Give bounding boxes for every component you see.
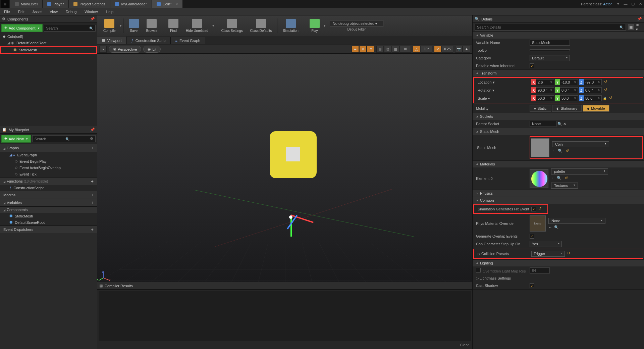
rotation-x-input[interactable]: 90.0 ° <box>536 87 554 93</box>
play-button[interactable]: Play <box>306 16 323 35</box>
tab-viewport[interactable]: ▦Viewport <box>97 37 127 44</box>
stepup-select[interactable]: Yes <box>530 241 562 247</box>
lightmass-label[interactable]: ▷ Lightmass Settings <box>476 276 530 281</box>
parent-socket-input[interactable]: None <box>530 121 556 127</box>
reset-button[interactable] <box>604 80 609 85</box>
coord-space-button[interactable]: ⊞ <box>376 46 384 53</box>
browse-icon[interactable]: 🔍 <box>557 176 561 181</box>
camera-speed-button[interactable]: 📷 <box>455 46 463 53</box>
material-asset-select[interactable]: palette <box>551 168 608 174</box>
class-defaults-button[interactable]: Class Defaults <box>247 16 275 35</box>
section-static-mesh[interactable]: Static Mesh <box>473 128 644 135</box>
section-collision[interactable]: Collision <box>473 197 644 204</box>
item-defaultroot-var[interactable]: ⬢DefaultSceneRoot <box>0 219 97 226</box>
use-selected-icon[interactable]: ← <box>552 149 556 154</box>
tab-mygamemode[interactable]: MyGameMode* <box>110 0 152 8</box>
viewport-3d[interactable]: zyx <box>97 54 472 282</box>
coin-mesh-preview[interactable] <box>270 131 320 182</box>
material-thumbnail[interactable] <box>530 169 548 188</box>
mobility-movable-button[interactable]: ◆ Movable <box>583 105 609 112</box>
variable-name-input[interactable]: StaticMesh <box>530 40 570 46</box>
visibility-button[interactable]: 👁 ▾ <box>636 24 642 30</box>
location-x-input[interactable]: 2.6 <box>536 79 554 85</box>
menu-debug[interactable]: Debug <box>62 8 80 15</box>
menu-view[interactable]: View <box>46 8 62 15</box>
item-construction-script[interactable]: ƒConstructionScript <box>0 185 97 191</box>
add-icon[interactable]: + <box>91 192 94 198</box>
perspective-button[interactable]: ◉ Perspective <box>109 46 141 53</box>
section-functions[interactable]: Functions (18 Overridable)+ <box>0 177 97 185</box>
browse-icon[interactable]: 🔍 <box>558 149 562 154</box>
compile-button[interactable]: Compile <box>100 16 119 35</box>
rotation-z-input[interactable]: 0.0 ° <box>584 87 602 93</box>
tab-event-graph[interactable]: ≡Event Graph <box>171 37 205 44</box>
overridden-checkbox[interactable] <box>476 268 481 272</box>
editable-inherited-checkbox[interactable] <box>530 63 534 68</box>
myblueprint-search[interactable]: Search⚙ <box>32 135 96 142</box>
section-sockets[interactable]: Sockets <box>473 113 644 120</box>
hide-unrelated-button[interactable]: Hide Unrelated <box>182 16 212 35</box>
grid-snap-button[interactable]: ▦ <box>392 46 399 53</box>
collision-presets-select[interactable]: Trigger <box>531 251 565 257</box>
tree-default-scene-root[interactable]: ◢ ◉DefaultSceneRoot <box>0 40 97 46</box>
menu-file[interactable]: File <box>0 8 14 15</box>
scale-snap-button[interactable]: ⤢ <box>434 46 441 53</box>
add-new-button[interactable]: ✚ Add New <box>1 135 31 143</box>
property-matrix-button[interactable]: ▦ <box>628 24 634 30</box>
viewport-menu-button[interactable]: ▾ <box>99 46 107 53</box>
physmat-select[interactable]: None <box>548 218 605 224</box>
mobility-static-button[interactable]: ● Static <box>530 105 551 112</box>
category-select[interactable]: Default <box>530 55 570 61</box>
camera-speed-value[interactable]: 4 <box>463 46 470 53</box>
debug-object-select[interactable]: No debug object selected ▾ <box>330 20 383 27</box>
section-transform[interactable]: Transform <box>473 70 644 77</box>
angle-snap-value[interactable]: 10° <box>421 46 432 53</box>
surface-snap-button[interactable]: ⊡ <box>384 46 391 53</box>
tab-construction-script[interactable]: ƒConstruction Scrip <box>127 37 171 44</box>
close-button[interactable]: ✕ <box>637 1 644 7</box>
location-y-input[interactable]: -18.0 <box>560 79 578 85</box>
minimize-button[interactable]: — <box>622 1 629 7</box>
location-z-input[interactable]: -97.0 <box>584 79 602 85</box>
class-settings-button[interactable]: Class Settings <box>218 16 246 35</box>
details-search[interactable]: Search Details <box>475 24 626 31</box>
grid-snap-value[interactable]: 10 <box>399 46 411 53</box>
section-variable[interactable]: Variable <box>473 32 644 39</box>
gizmo-origin[interactable] <box>289 215 292 219</box>
select-mode-button[interactable]: ⬌ <box>352 46 359 53</box>
section-event-dispatchers[interactable]: Event Dispatchers+ <box>0 226 97 233</box>
item-eventgraph[interactable]: ◢ ≡EventGraph <box>0 152 97 158</box>
close-icon[interactable]: × <box>176 2 178 6</box>
lit-button[interactable]: ◉ Lit <box>143 46 161 53</box>
reset-button[interactable] <box>565 176 570 181</box>
section-macros[interactable]: Macros+ <box>0 191 97 199</box>
rotate-mode-button[interactable]: ⟲ <box>367 46 374 53</box>
search-icon[interactable]: 🔍 <box>557 122 562 126</box>
use-selected-icon[interactable]: ← <box>551 176 555 181</box>
scale-x-input[interactable]: 50.0 <box>536 95 554 101</box>
translate-mode-button[interactable]: ✥ <box>359 46 367 53</box>
menu-edit[interactable]: Edit <box>14 8 29 15</box>
section-variables[interactable]: Variables+ <box>0 199 97 206</box>
mobility-stationary-button[interactable]: ◐ Stationary <box>552 105 582 112</box>
section-lighting[interactable]: Lighting <box>473 260 644 266</box>
tooltip-input[interactable] <box>530 49 570 51</box>
reset-button[interactable] <box>609 96 614 101</box>
pin-icon[interactable]: 📌 <box>90 17 95 21</box>
parent-class-link[interactable]: Actor <box>603 2 612 6</box>
use-selected-icon[interactable]: ← <box>548 225 552 230</box>
item-event-beginplay[interactable]: ◇Event BeginPlay <box>0 158 97 164</box>
dropdown-icon[interactable]: ▾ <box>614 1 622 7</box>
browse-button[interactable]: Browse <box>143 16 161 35</box>
item-staticmesh-var[interactable]: ⬢StaticMesh <box>0 213 97 219</box>
angle-snap-button[interactable]: △ <box>413 46 420 53</box>
clear-icon[interactable]: ✕ <box>563 122 566 126</box>
find-button[interactable]: Find <box>165 16 182 35</box>
add-icon[interactable]: + <box>91 227 94 232</box>
scale-snap-value[interactable]: 0.25 <box>442 46 453 53</box>
tree-coin-self[interactable]: ◆Coin(self) <box>0 33 97 40</box>
settings-icon[interactable]: ⚙ <box>90 137 93 141</box>
physmat-thumbnail[interactable]: None <box>530 215 546 232</box>
menu-asset[interactable]: Asset <box>29 8 46 15</box>
menu-window[interactable]: Window <box>80 8 102 15</box>
